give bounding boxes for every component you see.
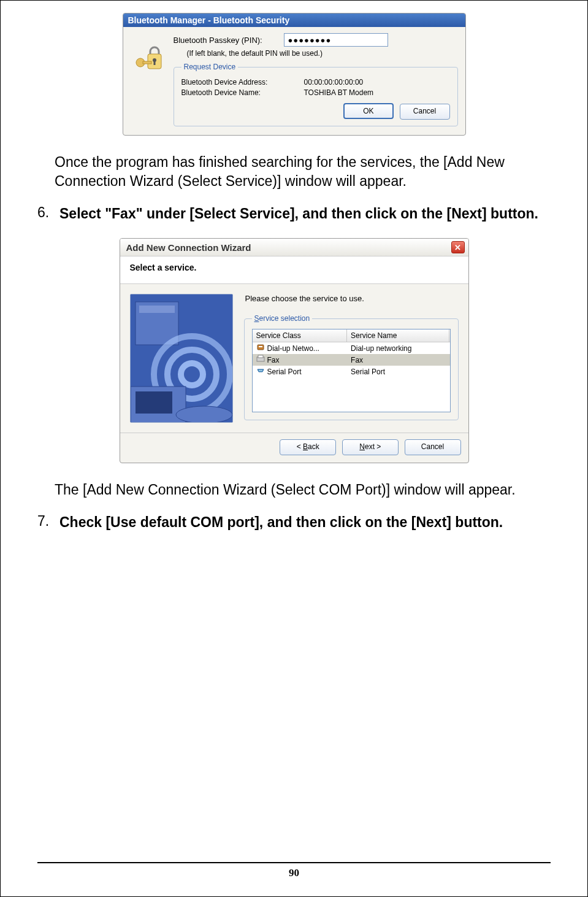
- page-number: 90: [1, 867, 587, 879]
- passkey-label: Bluetooth Passkey (PIN):: [174, 36, 284, 45]
- passkey-note: (If left blank, the default PIN will be …: [187, 49, 458, 58]
- svg-rect-17: [258, 355, 263, 358]
- step-7-text: Check [Use default COM port], and then c…: [59, 513, 551, 532]
- device-address-value: 00:00:00:00:00:00: [304, 78, 364, 87]
- column-service-class[interactable]: Service Class: [253, 329, 348, 342]
- add-connection-wizard-dialog: Add New Connection Wizard ✕ Select a ser…: [120, 238, 469, 463]
- dialog-titlebar: Bluetooth Manager - Bluetooth Security: [123, 13, 465, 27]
- step-6: 6. Select "Fax" under [Select Service], …: [37, 204, 551, 223]
- paragraph-after-dialog1: Once the program has finished searching …: [55, 153, 551, 191]
- cancel-button[interactable]: Cancel: [405, 439, 461, 455]
- ok-button[interactable]: OK: [343, 103, 394, 119]
- wizard-title-text: Add New Connection Wizard: [126, 242, 251, 253]
- service-listview[interactable]: Service Class Service Name Dial-up Netwo…: [252, 329, 451, 412]
- svg-point-18: [259, 370, 260, 371]
- lock-key-icon: [131, 38, 170, 77]
- step-6-number: 6.: [37, 204, 59, 223]
- device-address-label: Bluetooth Device Address:: [181, 78, 304, 87]
- service-selection-group: Service selection Service Class Service …: [244, 314, 459, 420]
- device-name-label: Bluetooth Device Name:: [181, 88, 304, 97]
- step-6-text: Select "Fax" under [Select Service], and…: [59, 204, 551, 223]
- close-icon[interactable]: ✕: [451, 241, 465, 253]
- wizard-illustration: [130, 294, 233, 423]
- svg-rect-7: [139, 306, 175, 313]
- request-device-group: Request Device Bluetooth Device Address:…: [174, 63, 458, 126]
- svg-rect-2: [153, 61, 155, 65]
- cancel-button[interactable]: Cancel: [400, 104, 450, 120]
- svg-point-19: [260, 370, 261, 371]
- svg-rect-4: [143, 61, 151, 64]
- svg-rect-12: [136, 391, 172, 414]
- fax-icon: [256, 355, 267, 365]
- column-service-name[interactable]: Service Name: [347, 329, 449, 342]
- service-row-fax[interactable]: FaxFax: [253, 354, 450, 366]
- service-row-dialup[interactable]: Dial-up Netwo...Dial-up networking: [253, 342, 450, 354]
- bluetooth-security-dialog: Bluetooth Manager - Bluetooth Security B…: [123, 13, 466, 136]
- service-name-text: Dial-up networking: [351, 344, 411, 353]
- step-7-number: 7.: [37, 513, 59, 532]
- wizard-subtitle: Select a service.: [120, 256, 468, 284]
- back-button[interactable]: < Back: [280, 439, 336, 455]
- paragraph-after-dialog2: The [Add New Connection Wizard (Select C…: [55, 480, 551, 499]
- service-class-text: Fax: [267, 356, 280, 364]
- footer-rule: [37, 862, 551, 863]
- service-selection-legend: Service selection: [252, 314, 313, 323]
- wizard-instruction: Please choose the service to use.: [245, 294, 459, 303]
- service-class-text: Serial Port: [267, 368, 302, 376]
- step-7: 7. Check [Use default COM port], and the…: [37, 513, 551, 532]
- wizard-titlebar: Add New Connection Wizard ✕: [120, 239, 468, 256]
- service-row-serial[interactable]: Serial PortSerial Port: [253, 366, 450, 377]
- svg-point-20: [261, 370, 262, 371]
- svg-rect-15: [259, 346, 262, 347]
- next-button[interactable]: Next >: [342, 439, 399, 455]
- dialup-icon: [256, 343, 267, 353]
- service-name-text: Fax: [351, 356, 363, 364]
- passkey-input[interactable]: [284, 33, 388, 47]
- service-name-text: Serial Port: [351, 368, 385, 376]
- service-class-text: Dial-up Netwo...: [267, 344, 319, 353]
- request-device-legend: Request Device: [181, 63, 239, 71]
- device-name-value: TOSHIBA BT Modem: [304, 88, 374, 97]
- serial-icon: [256, 366, 267, 377]
- svg-point-13: [176, 406, 232, 423]
